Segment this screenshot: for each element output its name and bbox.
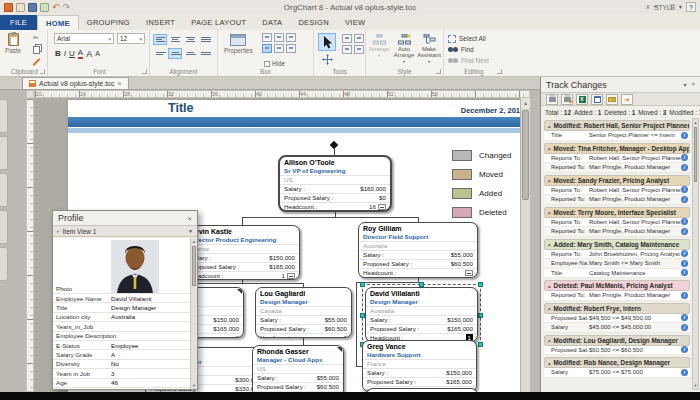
item-view-selector[interactable]: ▸ Item View 1 ▼: [53, 225, 197, 237]
profile-scrollbar[interactable]: ▲ ▼: [190, 238, 197, 389]
profile-field-row[interactable]: Years in Job 3: [53, 369, 190, 378]
scroll-down-icon[interactable]: ▼: [693, 382, 698, 389]
align-middle-button[interactable]: [168, 48, 182, 59]
info-icon[interactable]: i: [681, 196, 688, 203]
collapse-icon[interactable]: ▴: [548, 209, 551, 215]
editing-dialog-launcher[interactable]: [497, 69, 502, 74]
selection-handle[interactable]: [478, 282, 483, 287]
change-detail-row[interactable]: Salary $75,000 <= $75,000 i: [544, 368, 690, 378]
copy-icon[interactable]: [30, 45, 42, 55]
close-icon[interactable]: ×: [187, 214, 192, 223]
chevron-down-icon[interactable]: ▼: [188, 228, 193, 234]
change-group-header[interactable]: ▴ Modified: Rob Nance, Design Manager: [544, 357, 690, 368]
info-icon[interactable]: i: [681, 186, 688, 193]
profile-field-row[interactable]: Years_in_Job: [53, 322, 190, 331]
collapse-branch-icon[interactable]: [378, 204, 386, 210]
tool-button[interactable]: [354, 45, 364, 54]
export-excel-button[interactable]: X: [576, 94, 588, 105]
info-icon[interactable]: i: [681, 324, 688, 331]
canvas-vertical-scrollbar[interactable]: ▲: [520, 98, 530, 392]
collapse-icon[interactable]: ▴: [548, 283, 551, 289]
box-style-button-selected[interactable]: [262, 44, 272, 53]
format-painter-icon[interactable]: [30, 57, 42, 67]
align-bottom-button[interactable]: [183, 48, 197, 59]
collapse-icon[interactable]: ▴: [548, 145, 551, 151]
shrink-font-button[interactable]: A: [95, 49, 100, 59]
align-right-button[interactable]: [183, 34, 197, 45]
email-button[interactable]: [606, 94, 618, 105]
org-box-kevin-kastle[interactable]: Kevin Kastle Director Product Engineerin…: [185, 225, 300, 280]
profile-field-row[interactable]: E-Status Employee: [53, 341, 190, 350]
scroll-down-icon[interactable]: ▼: [191, 382, 197, 389]
scrollbar-thumb[interactable]: [522, 110, 529, 200]
close-panel-icon[interactable]: ×: [691, 81, 695, 88]
change-detail-row[interactable]: Reports To: John Broekhuizen, Pricing An…: [544, 250, 690, 260]
font-size-select[interactable]: 12▾: [117, 33, 145, 44]
scroll-up-icon[interactable]: ▲: [191, 238, 197, 245]
field-grid-button[interactable]: [198, 48, 212, 59]
change-group-header[interactable]: ▴ Modified: Robert Frye, Intern: [544, 303, 690, 314]
font-color-button[interactable]: A: [78, 49, 83, 59]
clipboard-dialog-launcher[interactable]: [40, 69, 45, 74]
selection-handle[interactable]: [478, 342, 483, 347]
scroll-up-icon[interactable]: ▲: [521, 98, 530, 108]
export-button[interactable]: ➔: [621, 94, 633, 105]
align-left-button[interactable]: [153, 34, 167, 45]
pan-move-button[interactable]: [322, 54, 333, 65]
ribbon-tab[interactable]: DATA: [254, 15, 290, 30]
tool-button[interactable]: [354, 34, 364, 43]
info-icon[interactable]: i: [681, 228, 688, 235]
bold-button[interactable]: B: [55, 49, 61, 59]
select-all-button[interactable]: Select All: [448, 33, 489, 44]
find-next-button[interactable]: Find Next: [448, 55, 489, 66]
ribbon-tab[interactable]: PAGE LAYOUT: [183, 15, 254, 30]
cut-icon[interactable]: ✂: [30, 33, 42, 43]
collapse-icon[interactable]: ▴: [548, 123, 551, 129]
profile-field-row[interactable]: Location city Australia: [53, 313, 190, 322]
ribbon-tab[interactable]: GROUPING: [79, 15, 138, 30]
image-icon[interactable]: [40, 3, 49, 12]
change-detail-row[interactable]: Salary $45,000 <= $45,000.00 i: [544, 323, 690, 333]
collapse-branch-icon[interactable]: [465, 270, 473, 276]
box-style-button[interactable]: [274, 33, 284, 42]
change-group-header[interactable]: ▴ Modified: Robert Hall, Senior Project …: [544, 120, 690, 131]
underline-button[interactable]: U: [69, 49, 75, 59]
ribbon-tab[interactable]: VIEW: [337, 15, 373, 30]
info-icon[interactable]: i: [681, 164, 688, 171]
change-detail-row[interactable]: Reported To: Mari Pringle, Product Manag…: [544, 291, 690, 301]
change-detail-row[interactable]: Reports To: Robert Hall, Senior Project …: [544, 218, 690, 228]
org-box-david-villalanti[interactable]: David Villalanti Design Manager Australi…: [365, 287, 478, 342]
box-style-button[interactable]: [262, 33, 272, 42]
font-dialog-launcher[interactable]: [142, 69, 147, 74]
collapse-ribbon-icon[interactable]: ∧: [645, 3, 650, 11]
collapsed-panel-tab[interactable]: [0, 210, 8, 244]
collapsed-panel-tab[interactable]: [0, 173, 8, 207]
help-button[interactable]: ?: [686, 2, 696, 12]
collapsed-panel-tab[interactable]: [0, 136, 8, 170]
change-detail-row[interactable]: Reports To: Robert Hall, Senior Project …: [544, 154, 690, 164]
select-pointer-button[interactable]: [318, 33, 336, 51]
info-icon[interactable]: i: [681, 132, 688, 139]
chevron-down-icon[interactable]: ▾: [679, 3, 682, 11]
collapse-icon[interactable]: ▴: [548, 360, 551, 366]
org-box-allison-otoole[interactable]: Allison O'Toole Sr VP of Engineering US …: [278, 155, 392, 212]
info-icon[interactable]: i: [681, 260, 688, 267]
selection-handle[interactable]: [360, 282, 365, 287]
org-box-roy-gilliam[interactable]: Roy Gilliam Director Field Support Austr…: [358, 222, 478, 278]
style-dialog-launcher[interactable]: [436, 69, 441, 74]
info-icon[interactable]: i: [681, 269, 688, 276]
change-group-header[interactable]: ▴ Moved: Tina Fritcher, Manager - Deskto…: [544, 143, 690, 154]
change-group-header[interactable]: ▴ Modified: Lou Gagliardi, Design Manage…: [544, 335, 690, 346]
profile-field-row[interactable]: Salary Grade A: [53, 350, 190, 359]
align-top-button[interactable]: [153, 48, 167, 59]
ribbon-tab[interactable]: FILE: [0, 15, 37, 30]
scroll-up-icon[interactable]: ▲: [693, 119, 698, 126]
changes-scrollbar[interactable]: ▲ ▼: [692, 118, 699, 390]
print-button[interactable]: [546, 94, 558, 105]
change-group-header[interactable]: ▴ Moved: Sandy Frazier, Pricing Analyst: [544, 175, 690, 186]
properties-button[interactable]: Properties: [224, 34, 253, 54]
paste-button[interactable]: Paste: [5, 33, 21, 54]
chevron-down-icon[interactable]: ▾: [683, 81, 686, 88]
change-detail-row[interactable]: Reported To: Mari Pringle, Product Manag…: [544, 195, 690, 205]
change-detail-row[interactable]: Title Catalog Maintenance i: [544, 269, 690, 279]
